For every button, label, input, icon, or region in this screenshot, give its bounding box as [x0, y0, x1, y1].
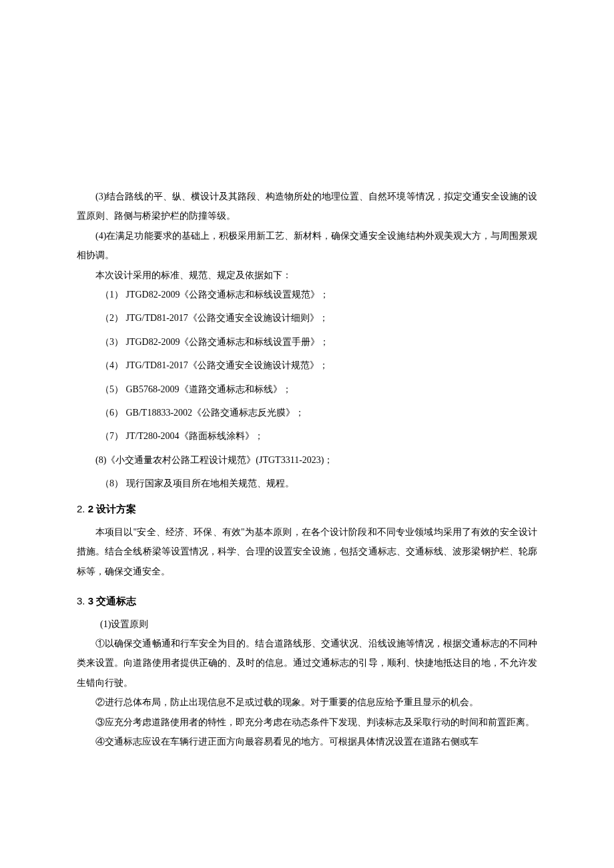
design-plan-body: 本项目以"安全、经济、环保、有效"为基本原则，在各个设计阶段和不同专业领域均采用… — [77, 522, 537, 581]
sub-heading-principle: (1)设置原则 — [77, 614, 537, 634]
standard-item: （4） JTG/TD81-2017《公路交通安全设施设计规范》； — [77, 356, 537, 375]
standards-intro: 本次设计采用的标准、规范、规定及依据如下： — [77, 266, 537, 285]
heading-number: 3. — [77, 595, 85, 606]
standard-item: （7） JT/T280-2004《路面标线涂料》； — [77, 426, 537, 446]
standard-item-extra: (8)《小交通量农村公路工程设计规范》(JTGT3311-2023)； — [77, 450, 537, 470]
principle-1: ①以确保交通畅通和行车安全为目的。结合道路线形、交通状况、沿线设施等情况，根据交… — [77, 634, 537, 693]
heading-traffic-sign: 3. 3 交通标志 — [77, 590, 537, 612]
standard-item: （1） JTGD82-2009《公路交通标志和标线设置规范》； — [77, 285, 537, 304]
principle-4: ④交通标志应设在车辆行进正面方向最容易看见的地方。可根据具体情况设置在道路右侧或… — [77, 732, 537, 751]
paragraph-3: (3)结合路线的平、纵、横设计及其路段、构造物所处的地理位置、自然环境等情况，拟… — [77, 187, 537, 226]
principle-3: ③应充分考虑道路使用者的特性，即充分考虑在动态条件下发现、判读标志及采取行动的时… — [77, 713, 537, 732]
paragraph-4: (4)在满足功能要求的基础上，积极采用新工艺、新材料，确保交通安全设施结构外观美… — [77, 226, 537, 266]
heading-label: 3 交通标志 — [88, 595, 137, 606]
heading-label: 2 设计方案 — [88, 503, 137, 514]
standard-item: （2） JTG/TD81-2017《公路交通安全设施设计细则》； — [77, 308, 537, 328]
heading-number: 2. — [77, 503, 85, 514]
standard-item-extra: （8） 现行国家及项目所在地相关规范、规程。 — [77, 474, 537, 493]
standard-item: （3） JTGD82-2009《公路交通标志和标线设置手册》； — [77, 332, 537, 352]
standard-item: （6） GB/T18833-2002《公路交通标志反光膜》； — [77, 403, 537, 422]
heading-design-plan: 2. 2 设计方案 — [77, 498, 537, 520]
principle-2: ②进行总体布局，防止出现信息不足或过载的现象。对于重要的信息应给予重且显示的机会… — [77, 693, 537, 712]
standard-item: （5） GB5768-2009《道路交通标志和标线》； — [77, 380, 537, 399]
